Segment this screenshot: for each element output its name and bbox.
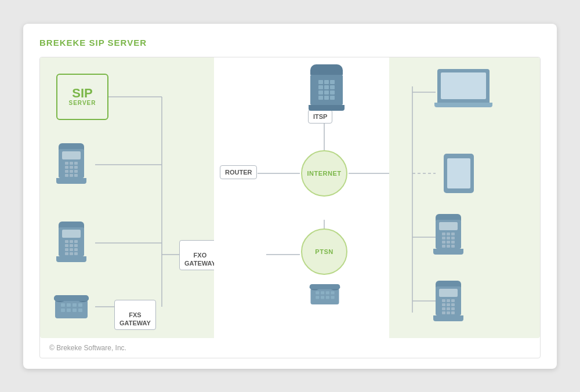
- phone-keypad-1: [65, 162, 78, 177]
- svg-rect-27: [316, 296, 319, 299]
- svg-rect-30: [331, 291, 335, 294]
- analog-phone: [53, 287, 90, 324]
- phone-keypad-3: [442, 233, 455, 248]
- svg-rect-23: [311, 288, 339, 304]
- internet-circle: INTERNET: [301, 150, 347, 197]
- router-left-box: ROUTER: [220, 165, 257, 179]
- phone-body-4: [436, 286, 461, 315]
- diagram-area: SIP SERVER: [39, 57, 541, 358]
- analog-phone-svg: [53, 287, 90, 322]
- office-phone-2: [56, 222, 86, 262]
- diagram-inner: SIP SERVER: [40, 57, 540, 338]
- svg-rect-25: [321, 291, 324, 294]
- phone-base-4: [433, 315, 463, 321]
- svg-rect-29: [326, 296, 329, 299]
- ptsn-circle: PTSN: [301, 228, 347, 275]
- card: BREKEKE SIP SERVER: [23, 24, 557, 369]
- phone-keypad-4: [442, 299, 455, 314]
- itsp-handset: [310, 64, 343, 75]
- svg-rect-28: [321, 296, 324, 299]
- phone-base-1: [56, 178, 86, 184]
- svg-rect-26: [326, 291, 329, 294]
- phone-body-1: [59, 149, 84, 178]
- page-title: BREKEKE SIP SERVER: [39, 38, 541, 48]
- svg-rect-11: [67, 308, 71, 312]
- middle-connectors: [214, 57, 389, 338]
- fxs-gateway-box: FXS GATEWAY: [114, 300, 156, 331]
- pstn-phone: [309, 275, 341, 312]
- tablet-icon: [444, 154, 474, 193]
- svg-rect-7: [61, 303, 65, 307]
- svg-rect-6: [55, 300, 88, 318]
- sip-server-box: SIP SERVER: [56, 74, 108, 120]
- office-phone-1: [56, 143, 86, 184]
- phone-base-2: [56, 256, 86, 262]
- panel-middle: ROUTER INTERNET ROUTER ITSP: [214, 57, 389, 338]
- svg-rect-24: [316, 291, 319, 294]
- svg-rect-17: [54, 295, 89, 301]
- itsp-body: [310, 75, 343, 105]
- phone-keypad-2: [65, 240, 78, 255]
- phone-body-3: [436, 220, 461, 249]
- svg-rect-8: [67, 303, 71, 307]
- laptop-screen-outer: [437, 69, 490, 103]
- footer: © Brekeke Software, Inc.: [40, 338, 540, 358]
- sip-label: SIP: [72, 87, 92, 100]
- svg-rect-14: [78, 308, 82, 312]
- itsp-box: ITSP: [308, 110, 332, 124]
- phone-screen-4: [439, 289, 458, 297]
- svg-rect-31: [331, 296, 335, 299]
- svg-rect-34: [310, 284, 340, 289]
- phone-base-3: [433, 249, 463, 255]
- svg-rect-12: [72, 308, 77, 312]
- laptop-icon: [434, 69, 492, 107]
- pstn-phone-svg: [309, 275, 341, 310]
- laptop-base: [434, 103, 492, 107]
- server-label: SERVER: [69, 100, 96, 106]
- phone-body-2: [59, 227, 84, 256]
- itsp-phone: [309, 64, 345, 111]
- svg-rect-13: [78, 303, 82, 307]
- phone-screen-3: [439, 222, 458, 230]
- phone-screen-2: [62, 230, 81, 238]
- itsp-base: [309, 105, 345, 111]
- itsp-keypad: [318, 80, 335, 100]
- laptop-screen-inner: [441, 72, 486, 99]
- panel-left: SIP SERVER: [40, 57, 214, 338]
- phone-screen-1: [62, 151, 81, 159]
- panel-right: [389, 57, 540, 338]
- office-phone-3: [433, 214, 463, 255]
- tablet-screen: [447, 158, 470, 188]
- svg-rect-9: [72, 303, 77, 307]
- svg-rect-10: [61, 308, 65, 312]
- office-phone-4: [433, 281, 463, 321]
